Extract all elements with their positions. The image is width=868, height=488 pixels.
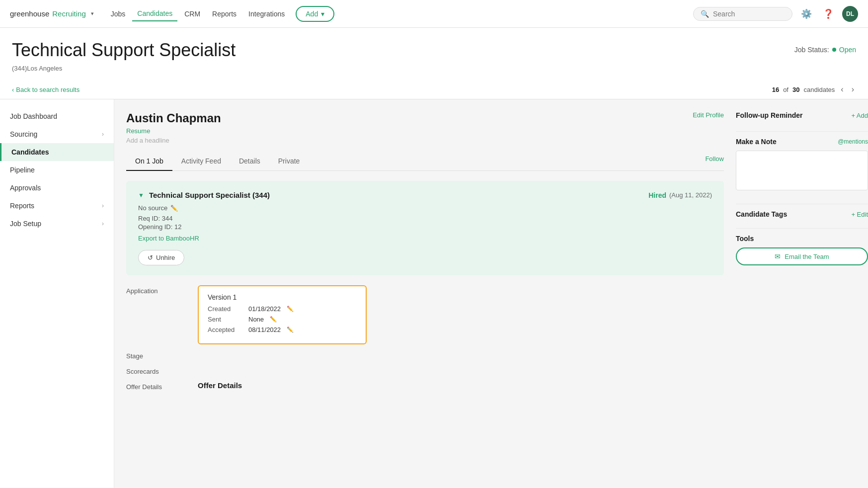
followup-header: Follow-up Reminder + Add xyxy=(736,111,868,119)
status-badge: Open xyxy=(839,46,856,54)
application-section: Application Version 1 Created 01/18/2022… xyxy=(126,285,724,391)
offer-details-header: Offer Details xyxy=(198,381,242,390)
sidebar-item-approvals[interactable]: Approvals xyxy=(0,179,114,197)
scorecards-row: Scorecards xyxy=(126,366,724,375)
job-hired-status: Hired (Aug 11, 2022) xyxy=(648,191,712,199)
offer-details-row: Offer Details Offer Details xyxy=(126,381,724,391)
pagination: 16 of 30 candidates ‹ › xyxy=(772,85,856,99)
status-dot xyxy=(832,48,836,52)
nav-link-reports[interactable]: Reports xyxy=(207,7,241,21)
offer-sent-edit-icon[interactable]: ✏️ xyxy=(270,316,277,323)
email-team-label: Email the Team xyxy=(785,253,829,260)
page-title: Technical Support Specialist xyxy=(12,40,236,61)
nav-link-jobs[interactable]: Jobs xyxy=(106,7,131,21)
followup-title: Follow-up Reminder xyxy=(736,111,803,119)
page-header: Technical Support Specialist Job Status:… xyxy=(0,28,868,99)
help-icon-button[interactable]: ❓ xyxy=(820,6,836,22)
sidebar-item-label: Approvals xyxy=(10,184,41,192)
divider-1 xyxy=(736,131,868,132)
stage-row: Stage xyxy=(126,350,724,360)
subnav-row: ‹ Back to search results 16 of 30 candid… xyxy=(12,80,856,99)
divider-2 xyxy=(736,204,868,204)
offer-created-edit-icon[interactable]: ✏️ xyxy=(287,306,294,312)
sidebar-item-label: Candidates xyxy=(11,148,49,156)
unhire-button[interactable]: ↺ Unhire xyxy=(138,250,184,265)
logo-greenhouse-text: greenhouse xyxy=(10,9,49,18)
search-box[interactable]: 🔍 xyxy=(693,7,792,21)
offer-created-row: Created 01/18/2022 ✏️ xyxy=(208,305,357,313)
pagination-prev-button[interactable]: ‹ xyxy=(839,85,845,94)
sidebar-item-label: Pipeline xyxy=(10,166,35,174)
export-link[interactable]: Export to BambooHR xyxy=(138,235,199,242)
tags-section: Candidate Tags + Edit xyxy=(736,210,868,218)
logo-dropdown-icon[interactable]: ▾ xyxy=(91,10,94,17)
tab-activity-feed[interactable]: Activity Feed xyxy=(172,152,230,171)
nav-link-candidates[interactable]: Candidates xyxy=(132,6,177,21)
email-team-button[interactable]: ✉ Email the Team xyxy=(736,247,868,265)
nav-right: 🔍 ⚙️ ❓ DL xyxy=(693,6,858,22)
offer-sent-row: Sent None ✏️ xyxy=(208,316,357,323)
mentions-link[interactable]: @mentions xyxy=(838,138,868,145)
sidebar-item-job-dashboard[interactable]: Job Dashboard xyxy=(0,107,114,125)
hired-date: (Aug 11, 2022) xyxy=(669,191,712,199)
avatar-button[interactable]: DL xyxy=(842,6,858,22)
opening-id: Opening ID: 12 xyxy=(138,223,712,231)
offer-accepted-label: Accepted xyxy=(208,326,242,333)
right-panel: Follow-up Reminder + Add Make a Note @me… xyxy=(724,111,868,488)
candidate-name: Austin Chapman xyxy=(126,111,221,125)
job-card-title: Technical Support Specialist (344) xyxy=(149,191,270,199)
unhire-label: Unhire xyxy=(156,254,175,261)
settings-icon-button[interactable]: ⚙️ xyxy=(798,6,814,22)
resume-link[interactable]: Resume xyxy=(126,127,724,135)
candidate-tabs: On 1 Job Activity Feed Details Private F… xyxy=(126,152,724,171)
tools-title: Tools xyxy=(736,235,754,243)
edit-profile-link[interactable]: Edit Profile xyxy=(693,111,724,119)
add-button[interactable]: Add ▾ xyxy=(296,6,334,22)
job-card-title-row: ▼ Technical Support Specialist (344) xyxy=(138,191,270,199)
tags-edit-link[interactable]: + Edit xyxy=(851,211,868,218)
sidebar-item-pipeline[interactable]: Pipeline xyxy=(0,161,114,179)
search-input[interactable] xyxy=(713,10,783,18)
add-button-label: Add xyxy=(306,10,318,18)
sidebar-item-reports[interactable]: Reports › xyxy=(0,197,114,215)
content-area: Austin Chapman Edit Profile Resume Add a… xyxy=(114,99,868,488)
tools-header: Tools xyxy=(736,235,868,243)
main-content: Austin Chapman Edit Profile Resume Add a… xyxy=(126,111,724,488)
offer-sent-label: Sent xyxy=(208,316,242,323)
offer-version: Version 1 xyxy=(208,293,357,301)
chevron-right-icon: › xyxy=(102,131,104,138)
main-layout: Job Dashboard Sourcing › Candidates Pipe… xyxy=(0,99,868,488)
source-edit-icon[interactable]: ✏️ xyxy=(170,205,178,212)
tab-on-job[interactable]: On 1 Job xyxy=(126,152,172,171)
triangle-icon: ▼ xyxy=(138,192,144,199)
source-row: No source ✏️ xyxy=(138,204,712,212)
followup-add-link[interactable]: + Add xyxy=(851,112,868,119)
tab-private[interactable]: Private xyxy=(269,152,309,171)
note-header: Make a Note @mentions xyxy=(736,138,868,146)
pagination-of: of xyxy=(783,86,789,93)
add-chevron-icon: ▾ xyxy=(321,10,324,18)
chevron-right-icon: › xyxy=(102,202,104,209)
pagination-next-button[interactable]: › xyxy=(850,85,856,94)
tab-details[interactable]: Details xyxy=(230,152,269,171)
nav-link-integrations[interactable]: Integrations xyxy=(243,7,290,21)
stage-label: Stage xyxy=(126,350,186,360)
source-label: No source xyxy=(138,204,167,212)
back-to-search-link[interactable]: ‹ Back to search results xyxy=(12,86,79,98)
followup-section: Follow-up Reminder + Add xyxy=(736,111,868,119)
offer-accepted-edit-icon[interactable]: ✏️ xyxy=(287,326,294,333)
job-location: (344)Los Angeles xyxy=(12,61,856,78)
sidebar-item-job-setup[interactable]: Job Setup › xyxy=(0,215,114,233)
tools-section: Tools ✉ Email the Team xyxy=(736,235,868,265)
pagination-label: candidates xyxy=(803,86,835,93)
note-textarea[interactable] xyxy=(736,151,868,190)
add-headline-text[interactable]: Add a headline xyxy=(126,137,724,144)
follow-button[interactable]: Follow xyxy=(705,155,724,167)
sidebar-item-sourcing[interactable]: Sourcing › xyxy=(0,125,114,143)
nav-link-crm[interactable]: CRM xyxy=(179,7,205,21)
sidebar-item-label: Sourcing xyxy=(10,130,37,138)
application-label: Application xyxy=(126,285,186,295)
offer-sent-value: None xyxy=(248,316,264,323)
sidebar-item-candidates[interactable]: Candidates xyxy=(0,143,114,161)
offer-created-label: Created xyxy=(208,305,242,313)
